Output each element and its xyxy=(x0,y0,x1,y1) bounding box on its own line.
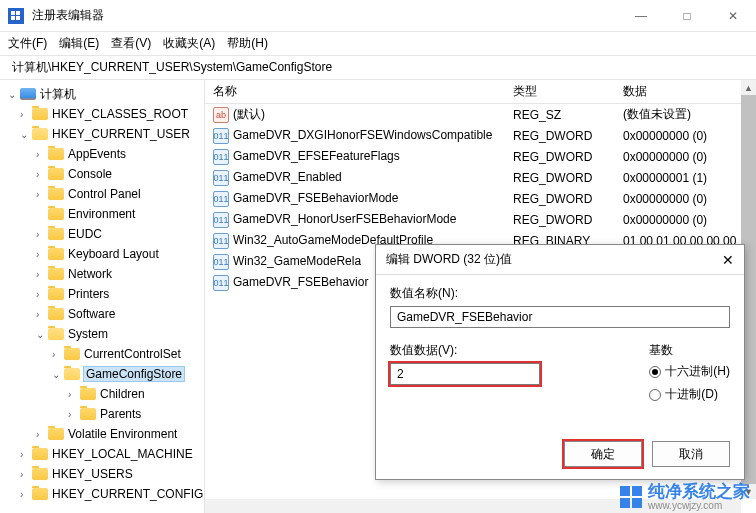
tree-item[interactable]: ›Software xyxy=(0,304,204,324)
chevron-icon[interactable]: › xyxy=(36,289,48,300)
dialog-titlebar[interactable]: 编辑 DWORD (32 位)值 ✕ xyxy=(376,245,744,275)
menu-edit[interactable]: 编辑(E) xyxy=(59,35,99,52)
tree-item[interactable]: ›HKEY_CLASSES_ROOT xyxy=(0,104,204,124)
col-header-type[interactable]: 类型 xyxy=(505,83,615,100)
watermark-brand: 纯净系统之家 xyxy=(648,483,750,500)
chevron-icon[interactable]: ⌄ xyxy=(20,129,32,140)
tree-item[interactable]: ›Parents xyxy=(0,404,204,424)
chevron-icon[interactable]: › xyxy=(20,109,32,120)
list-row[interactable]: 011GameDVR_DXGIHonorFSEWindowsCompatible… xyxy=(205,125,756,146)
folder-icon xyxy=(48,288,64,300)
value-name: GameDVR_HonorUserFSEBehaviorMode xyxy=(233,212,456,226)
tree-item[interactable]: ›Console xyxy=(0,164,204,184)
tree-item[interactable]: ⌄GameConfigStore xyxy=(0,364,204,384)
tree-item[interactable]: ›Children xyxy=(0,384,204,404)
tree-label: System xyxy=(68,327,108,341)
tree-label: CurrentControlSet xyxy=(84,347,181,361)
chevron-icon[interactable]: › xyxy=(36,429,48,440)
value-data-input[interactable] xyxy=(390,363,540,385)
tree-item[interactable]: ⌄System xyxy=(0,324,204,344)
chevron-icon[interactable]: › xyxy=(52,349,64,360)
chevron-icon[interactable]: ⌄ xyxy=(36,329,48,340)
value-data: 0x00000000 (0) xyxy=(615,150,756,164)
chevron-icon[interactable]: › xyxy=(20,469,32,480)
maximize-button[interactable]: □ xyxy=(664,0,710,32)
chevron-icon[interactable]: › xyxy=(20,489,32,500)
watermark: 纯净系统之家 www.ycwjzy.com xyxy=(620,483,750,511)
address-path: 计算机\HKEY_CURRENT_USER\System\GameConfigS… xyxy=(12,59,332,76)
value-name: GameDVR_EFSEFeatureFlags xyxy=(233,149,400,163)
tree-label: Keyboard Layout xyxy=(68,247,159,261)
svg-rect-0 xyxy=(11,11,15,15)
menu-view[interactable]: 查看(V) xyxy=(111,35,151,52)
list-header: 名称 类型 数据 xyxy=(205,80,756,104)
tree-label: Printers xyxy=(68,287,109,301)
chevron-icon[interactable]: › xyxy=(36,189,48,200)
tree-pane[interactable]: ⌄ 计算机 ›HKEY_CLASSES_ROOT⌄HKEY_CURRENT_US… xyxy=(0,80,205,513)
tree-item[interactable]: ›EUDC xyxy=(0,224,204,244)
chevron-icon[interactable]: › xyxy=(36,249,48,260)
list-row[interactable]: 011GameDVR_HonorUserFSEBehaviorModeREG_D… xyxy=(205,209,756,230)
chevron-icon[interactable]: › xyxy=(20,449,32,460)
value-type: REG_DWORD xyxy=(505,213,615,227)
list-row[interactable]: ab(默认)REG_SZ(数值未设置) xyxy=(205,104,756,125)
computer-icon xyxy=(20,88,36,100)
tree-label: 计算机 xyxy=(40,86,76,103)
dialog-buttons: 确定 取消 xyxy=(564,441,730,467)
chevron-icon[interactable]: › xyxy=(36,149,48,160)
tree-root[interactable]: ⌄ 计算机 xyxy=(0,84,204,104)
menu-favorites[interactable]: 收藏夹(A) xyxy=(163,35,215,52)
tree-item[interactable]: ›Volatile Environment xyxy=(0,424,204,444)
scroll-up-icon[interactable]: ▲ xyxy=(741,80,756,95)
radio-dec-row[interactable]: 十进制(D) xyxy=(649,386,730,403)
cancel-button[interactable]: 取消 xyxy=(652,441,730,467)
folder-icon xyxy=(32,488,48,500)
value-name: (默认) xyxy=(233,107,265,121)
menu-help[interactable]: 帮助(H) xyxy=(227,35,268,52)
tree-item[interactable]: ›Printers xyxy=(0,284,204,304)
tree-item[interactable]: ›AppEvents xyxy=(0,144,204,164)
radio-dec[interactable] xyxy=(649,389,661,401)
tree-item[interactable]: ›Keyboard Layout xyxy=(0,244,204,264)
chevron-icon[interactable]: ⌄ xyxy=(52,369,64,380)
list-row[interactable]: 011GameDVR_FSEBehaviorModeREG_DWORD0x000… xyxy=(205,188,756,209)
list-row[interactable]: 011GameDVR_EnabledREG_DWORD0x00000001 (1… xyxy=(205,167,756,188)
chevron-icon[interactable]: › xyxy=(36,229,48,240)
tree-item[interactable]: ›CurrentControlSet xyxy=(0,344,204,364)
chevron-icon[interactable]: › xyxy=(68,409,80,420)
radio-hex-row[interactable]: 十六进制(H) xyxy=(649,363,730,380)
value-type: REG_DWORD xyxy=(505,150,615,164)
value-name: Win32_GameModeRela xyxy=(233,254,361,268)
dialog-close-button[interactable]: ✕ xyxy=(722,252,734,268)
radio-hex[interactable] xyxy=(649,366,661,378)
tree-item[interactable]: ⌄HKEY_CURRENT_USER xyxy=(0,124,204,144)
tree-item[interactable]: Environment xyxy=(0,204,204,224)
chevron-icon[interactable]: › xyxy=(36,169,48,180)
tree-label: HKEY_CURRENT_USER xyxy=(52,127,190,141)
chevron-icon[interactable]: › xyxy=(36,309,48,320)
tree-item[interactable]: ›HKEY_USERS xyxy=(0,464,204,484)
col-header-name[interactable]: 名称 xyxy=(205,83,505,100)
value-name-input[interactable] xyxy=(390,306,730,328)
tree-item[interactable]: ›Network xyxy=(0,264,204,284)
chevron-icon[interactable]: › xyxy=(36,269,48,280)
address-bar[interactable]: 计算机\HKEY_CURRENT_USER\System\GameConfigS… xyxy=(0,56,756,80)
svg-rect-3 xyxy=(16,16,20,20)
tree-label: Software xyxy=(68,307,115,321)
tree-label: HKEY_CURRENT_CONFIG xyxy=(52,487,203,501)
close-button[interactable]: ✕ xyxy=(710,0,756,32)
value-data: 0x00000000 (0) xyxy=(615,129,756,143)
menu-file[interactable]: 文件(F) xyxy=(8,35,47,52)
tree-item[interactable]: ›HKEY_CURRENT_CONFIG xyxy=(0,484,204,504)
svg-rect-1 xyxy=(16,11,20,15)
tree-item[interactable]: ›Control Panel xyxy=(0,184,204,204)
chevron-icon[interactable]: › xyxy=(68,389,80,400)
value-data: 0x00000000 (0) xyxy=(615,192,756,206)
list-row[interactable]: 011GameDVR_EFSEFeatureFlagsREG_DWORD0x00… xyxy=(205,146,756,167)
ok-button[interactable]: 确定 xyxy=(564,441,642,467)
col-header-data[interactable]: 数据 xyxy=(615,83,756,100)
minimize-button[interactable]: — xyxy=(618,0,664,32)
tree-item[interactable]: ›HKEY_LOCAL_MACHINE xyxy=(0,444,204,464)
chevron-down-icon[interactable]: ⌄ xyxy=(8,89,20,100)
tree-label: EUDC xyxy=(68,227,102,241)
